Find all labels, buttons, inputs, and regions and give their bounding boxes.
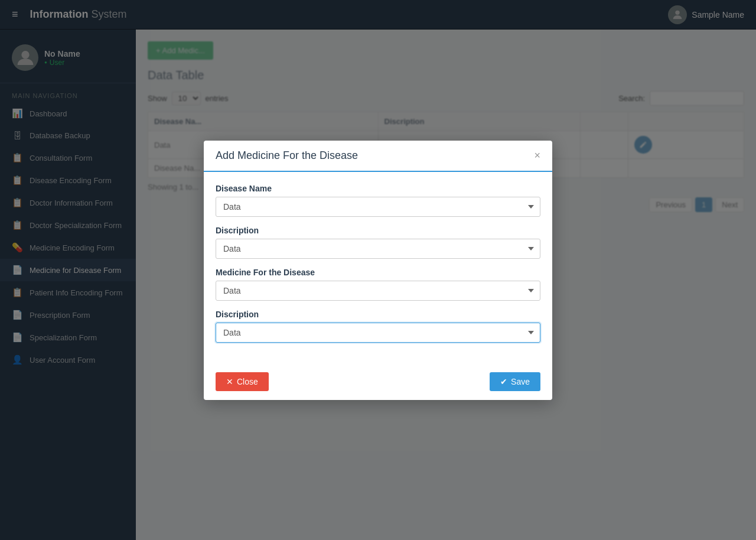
form-group-discription-2: Discription Data [216,310,540,343]
close-icon: ✕ [226,377,233,386]
label-discription-2: Discription [216,310,540,319]
modal-body: Disease Name Data Discription Data Medic… [204,172,552,363]
select-medicine-for-disease[interactable]: Data [216,281,540,301]
modal-dialog: Add Medicine For the Disease × Disease N… [204,141,552,400]
content-area: + Add Medic... Data Table Show 10 entrie… [136,30,756,540]
modal-overlay: Add Medicine For the Disease × Disease N… [136,30,756,540]
save-button-label: Save [511,377,530,386]
form-group-disease-name: Disease Name Data [216,184,540,217]
label-medicine-for-disease: Medicine For the Disease [216,268,540,277]
modal-header: Add Medicine For the Disease × [204,141,552,172]
select-discription-1[interactable]: Data [216,239,540,259]
modal-close-button[interactable]: ✕ Close [216,372,269,391]
close-button-label: Close [237,377,258,386]
save-icon: ✔ [500,377,507,386]
modal-close-x-button[interactable]: × [534,150,540,161]
form-group-medicine-for-disease: Medicine For the Disease Data [216,268,540,301]
form-group-discription-1: Discription Data [216,226,540,259]
modal-save-button[interactable]: ✔ Save [490,372,540,391]
main-layout: No Name User MAIN NAVIGATION 📊 Dashboard… [0,30,756,540]
label-discription-1: Discription [216,226,540,235]
label-disease-name: Disease Name [216,184,540,193]
select-discription-2[interactable]: Data [216,323,540,343]
modal-footer: ✕ Close ✔ Save [204,363,552,400]
select-disease-name[interactable]: Data [216,197,540,217]
modal-title: Add Medicine For the Disease [216,149,358,162]
